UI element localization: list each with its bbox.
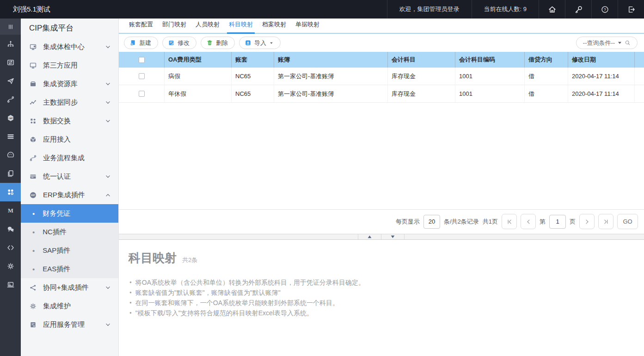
select-all-cell: [119, 52, 165, 68]
code-icon[interactable]: [0, 238, 21, 257]
password-button[interactable]: [565, 0, 591, 19]
tab-archive-mapping[interactable]: 档案映射: [258, 20, 291, 33]
bullet-dot: •: [32, 210, 35, 217]
sidebar-item-health-center[interactable]: 集成体检中心: [21, 37, 118, 56]
col-account-set[interactable]: 账套: [232, 52, 274, 68]
bullet-dot: •: [32, 266, 35, 273]
sidebar-item-process-integration[interactable]: 业务流程集成: [21, 149, 118, 167]
col-subject-code[interactable]: 会计科目编码: [455, 52, 525, 68]
exchange-icon: [29, 117, 37, 125]
help-button[interactable]: ?: [591, 0, 618, 19]
prev-page-button[interactable]: [521, 214, 536, 229]
notes-list: 将OA系统枚举（含公共和单位）转换为外部系统科目，用于凭证分录科目确定。 账套缺…: [129, 277, 635, 318]
triangle-down-icon: [390, 235, 395, 239]
tab-subject-mapping[interactable]: 科目映射: [224, 20, 258, 33]
svg-text:?: ?: [604, 7, 606, 12]
sidebar-item-unified-auth[interactable]: 统一认证: [21, 167, 118, 186]
per-page-input[interactable]: [423, 215, 440, 229]
col-account-book[interactable]: 账簿: [274, 52, 388, 68]
sidebar-item-data-exchange[interactable]: 数据交换: [21, 112, 118, 130]
m-logo-icon[interactable]: M: [0, 201, 21, 220]
col-oa-expense-type[interactable]: OA费用类型: [165, 52, 232, 68]
page-suffix: 页: [570, 218, 576, 226]
collapse-down-button[interactable]: [381, 234, 405, 239]
chevron-down-icon: [105, 100, 111, 106]
gear-icon: [29, 302, 37, 310]
sidebar-item-third-party[interactable]: 第三方应用: [21, 56, 118, 75]
sidebar-item-integration-maintenance[interactable]: 集成维护: [21, 297, 118, 315]
tab-personnel-mapping[interactable]: 人员映射: [191, 20, 224, 33]
chevron-down-icon: [105, 322, 111, 328]
chevron-down-icon: [105, 44, 111, 50]
sidebar-item-resource-lib[interactable]: 集成资源库: [21, 75, 118, 93]
panel-title: 科目映射: [129, 250, 177, 266]
sidebar-item-app-service-mgmt[interactable]: 应用服务管理: [21, 315, 118, 334]
description-panel: 科目映射 共2条 将OA系统枚举（含公共和单位）转换为外部系统科目，用于凭证分录…: [119, 240, 644, 356]
tab-document-mapping[interactable]: 单据映射: [291, 20, 324, 33]
records-label: 条/共2条记录: [444, 218, 479, 226]
table-row[interactable]: 年休假 NC65 第一家公司-基准账簿 库存现金 1001 借 2020-04-…: [119, 85, 644, 103]
panel-splitter[interactable]: [119, 234, 644, 240]
sidebar-item-master-data-sync[interactable]: 主数据同步: [21, 93, 118, 112]
next-page-button[interactable]: [579, 214, 595, 229]
last-page-icon: [603, 219, 609, 225]
new-button[interactable]: 新建: [124, 37, 158, 49]
tab-bar: 账套配置 部门映射 人员映射 科目映射 档案映射 单据映射: [119, 19, 644, 34]
sidebar-item-app-access[interactable]: 应用接入: [21, 130, 118, 149]
page-prefix: 第: [540, 218, 546, 226]
col-modified-date[interactable]: 修改日期: [568, 52, 635, 68]
table-row[interactable]: 病假 NC65 第一家公司-基准账簿 库存现金 1001 借 2020-04-1…: [119, 68, 644, 85]
sidebar-subitem-sap-plugin[interactable]: • SAP插件: [21, 241, 118, 260]
sidebar-item-collab-plugins[interactable]: 协同+集成插件: [21, 278, 118, 297]
delete-button[interactable]: 删除: [201, 37, 235, 49]
note-item: 将OA系统枚举（含公共和单位）转换为外部系统科目，用于凭证分录科目确定。: [129, 277, 635, 287]
cap-badge-icon[interactable]: CAP: [0, 109, 21, 127]
doc-new-icon: [129, 39, 136, 46]
go-button[interactable]: GO: [617, 214, 638, 229]
select-all-checkbox[interactable]: [139, 57, 145, 63]
collapse-up-button[interactable]: [358, 234, 381, 239]
total-pages-label: 共1页: [483, 218, 498, 226]
documents-icon[interactable]: [0, 164, 21, 183]
prev-page-icon: [525, 219, 532, 225]
menu-toggle-icon[interactable]: [0, 19, 21, 35]
caret-down-icon: [269, 41, 274, 45]
col-accounting-subject[interactable]: 会计科目: [388, 52, 455, 68]
apps-icon[interactable]: [0, 183, 21, 201]
search-icon: [625, 40, 631, 46]
import-button[interactable]: 导入: [239, 37, 281, 49]
workflow-icon[interactable]: [0, 90, 21, 109]
tab-department-mapping[interactable]: 部门映射: [158, 20, 191, 33]
tab-account-config[interactable]: 账套配置: [124, 20, 158, 33]
query-condition-select[interactable]: --查询条件--: [576, 37, 638, 49]
database-stack-icon[interactable]: [0, 127, 21, 146]
key-icon: [574, 5, 583, 14]
per-page-label: 每页显示: [396, 218, 420, 226]
page-number-input[interactable]: [549, 215, 566, 229]
next-page-icon: [584, 219, 590, 225]
trash-icon: [206, 39, 213, 46]
row-checkbox[interactable]: [139, 73, 145, 79]
home-button[interactable]: [539, 0, 565, 19]
topbar-right: 欢迎，集团管理员登录 当前在线人数: 9 ?: [387, 0, 644, 19]
chevron-up-icon: [105, 192, 111, 198]
logout-button[interactable]: [618, 0, 644, 19]
transfer-icon[interactable]: [0, 53, 21, 72]
palette-icon[interactable]: [0, 146, 21, 164]
workflow-icon: [29, 154, 37, 162]
sidebar-item-erp-plugins[interactable]: ERP ERP集成插件: [21, 186, 118, 204]
modify-button[interactable]: 修改: [162, 37, 196, 49]
terminal-icon[interactable]: [0, 275, 21, 294]
sidebar-subitem-finance-voucher[interactable]: • 财务凭证: [21, 204, 118, 223]
sidebar-subitem-nc-plugin[interactable]: • NC插件: [21, 223, 118, 241]
send-icon[interactable]: [0, 72, 21, 90]
sitemap-icon[interactable]: [0, 35, 21, 53]
row-checkbox[interactable]: [139, 91, 145, 97]
col-debit-credit[interactable]: 借贷方向: [525, 52, 568, 68]
wechat-icon[interactable]: [0, 220, 21, 238]
last-page-button[interactable]: [598, 214, 613, 229]
first-page-button[interactable]: [502, 214, 517, 229]
sidebar-subitem-eas-plugin[interactable]: • EAS插件: [21, 260, 118, 278]
topbar: 刘强5.1测试 欢迎，集团管理员登录 当前在线人数: 9 ?: [0, 0, 644, 19]
gear-rail-icon[interactable]: [0, 257, 21, 275]
